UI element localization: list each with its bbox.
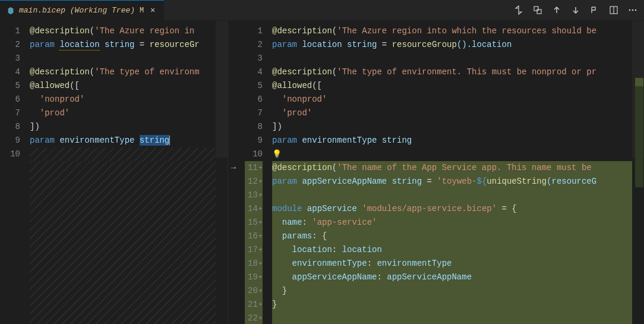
more-icon[interactable] bbox=[627, 5, 638, 15]
line-number: 18+ bbox=[245, 257, 263, 270]
line-number: 13+ bbox=[245, 188, 263, 202]
right-minimap[interactable] bbox=[632, 21, 644, 324]
line-number: 7 bbox=[245, 106, 263, 120]
line-number: 1 bbox=[0, 24, 20, 38]
code-line-added: appServiceAppName: appServiceAppName bbox=[272, 270, 644, 284]
left-code: @description('The Azure region in param … bbox=[30, 24, 228, 324]
lightbulb-icon[interactable]: 💡 bbox=[272, 150, 282, 159]
line-number: 22+ bbox=[245, 312, 263, 324]
code-line-lightbulb[interactable]: 💡 bbox=[272, 147, 644, 161]
line-number: 6 bbox=[0, 93, 20, 106]
code-line: 'prod' bbox=[272, 106, 644, 120]
swap-icon[interactable] bbox=[532, 5, 543, 15]
line-number: 2 bbox=[245, 38, 263, 52]
code-line: 'nonprod' bbox=[30, 93, 228, 106]
line-number: 3 bbox=[0, 52, 20, 65]
line-number: 8 bbox=[0, 120, 20, 134]
code-line-added: name: 'app-service' bbox=[272, 216, 644, 229]
line-number: 20+ bbox=[245, 284, 263, 298]
deleted-region bbox=[30, 161, 228, 324]
line-number: 4 bbox=[245, 65, 263, 79]
line-number: 1 bbox=[245, 24, 263, 38]
line-number: 10 bbox=[0, 147, 20, 161]
editor-toolbar bbox=[513, 5, 644, 15]
line-number: 17+ bbox=[245, 243, 263, 257]
code-line-added: } bbox=[272, 298, 644, 312]
svg-point-4 bbox=[629, 10, 631, 11]
right-code: @description('The Azure region into whic… bbox=[272, 24, 644, 324]
code-line: 'nonprod' bbox=[272, 93, 644, 106]
line-number: 9 bbox=[0, 134, 20, 147]
line-number: 5 bbox=[245, 79, 263, 93]
original-pane[interactable]: 1 2 3 4 5 6 7 8 9 10 @description('The A… bbox=[0, 21, 228, 324]
code-line: param location string = resourceGr bbox=[30, 38, 228, 52]
code-line-added: environmentType: environmentType bbox=[272, 257, 644, 270]
line-number: 14+ bbox=[245, 202, 263, 216]
line-number: 10 bbox=[245, 147, 263, 161]
split-icon[interactable] bbox=[608, 5, 619, 15]
line-number: 7 bbox=[0, 106, 20, 120]
code-line-added bbox=[272, 312, 644, 324]
svg-rect-1 bbox=[537, 10, 541, 14]
diff-editor: 1 2 3 4 5 6 7 8 9 10 @description('The A… bbox=[0, 21, 644, 324]
bicep-file-icon bbox=[6, 6, 15, 15]
code-line: @description('The type of environm bbox=[30, 65, 228, 79]
close-icon[interactable]: × bbox=[147, 5, 158, 16]
code-line-added: params: { bbox=[272, 229, 644, 243]
compare-icon[interactable] bbox=[513, 5, 524, 15]
whitespace-icon[interactable] bbox=[589, 5, 600, 15]
arrow-gutter: → bbox=[228, 24, 239, 324]
svg-rect-0 bbox=[534, 7, 538, 11]
code-line-added: location: location bbox=[272, 243, 644, 257]
code-line bbox=[30, 52, 228, 65]
line-number: 11+ bbox=[245, 161, 263, 175]
tab-modified-status: M bbox=[140, 7, 144, 15]
line-number: 6 bbox=[245, 93, 263, 106]
line-number: 16+ bbox=[245, 229, 263, 243]
line-number: 15+ bbox=[245, 216, 263, 229]
line-number: 2 bbox=[0, 38, 20, 52]
code-line-added bbox=[272, 188, 644, 202]
line-number: 8 bbox=[245, 120, 263, 134]
code-line: @allowed([ bbox=[30, 79, 228, 93]
code-line: param environmentType string bbox=[272, 134, 644, 147]
line-number: 12+ bbox=[245, 175, 263, 188]
line-number: 9 bbox=[245, 134, 263, 147]
code-line-added: module appService 'modules/app-service.b… bbox=[272, 202, 644, 216]
code-line: param location string = resourceGroup().… bbox=[272, 38, 644, 52]
code-line: @description('The Azure region into whic… bbox=[272, 24, 644, 38]
line-number: 21+ bbox=[245, 298, 263, 312]
diff-arrow-icon: → bbox=[228, 161, 239, 175]
code-line: param environmentType string bbox=[30, 134, 228, 147]
code-line bbox=[272, 52, 644, 65]
svg-point-6 bbox=[635, 10, 637, 11]
code-line: ]) bbox=[30, 120, 228, 134]
tab-bar-left: main.bicep (Working Tree) M × bbox=[0, 0, 164, 20]
code-line: @allowed([ bbox=[272, 79, 644, 93]
line-number: 3 bbox=[245, 52, 263, 65]
code-line: @description('The Azure region in bbox=[30, 24, 228, 38]
modified-pane[interactable]: → 1 2 3 4 5 6 7 8 9 10 11+ 12+ 13+ 14+ bbox=[228, 21, 644, 324]
line-number: 4 bbox=[0, 65, 20, 79]
code-line: 'prod' bbox=[30, 106, 228, 120]
code-line: @description('The type of environment. T… bbox=[272, 65, 644, 79]
code-line: ]) bbox=[272, 120, 644, 134]
line-number: 5 bbox=[0, 79, 20, 93]
line-number: 19+ bbox=[245, 270, 263, 284]
down-arrow-icon[interactable] bbox=[570, 5, 581, 15]
code-line-added: @description('The name of the App Servic… bbox=[272, 161, 644, 175]
left-gutter: 1 2 3 4 5 6 7 8 9 10 bbox=[0, 24, 30, 324]
file-tab[interactable]: main.bicep (Working Tree) M × bbox=[0, 0, 164, 20]
deleted-region bbox=[30, 147, 228, 161]
tab-filename: main.bicep (Working Tree) bbox=[19, 6, 135, 15]
left-minimap[interactable] bbox=[216, 21, 228, 324]
up-arrow-icon[interactable] bbox=[551, 5, 562, 15]
tab-bar: main.bicep (Working Tree) M × bbox=[0, 0, 644, 21]
code-line-added: param appServiceAppName string = 'toyweb… bbox=[272, 175, 644, 188]
svg-point-5 bbox=[632, 10, 634, 11]
right-gutter: 1 2 3 4 5 6 7 8 9 10 11+ 12+ 13+ 14+ 15+… bbox=[239, 24, 272, 324]
code-line-added: } bbox=[272, 284, 644, 298]
